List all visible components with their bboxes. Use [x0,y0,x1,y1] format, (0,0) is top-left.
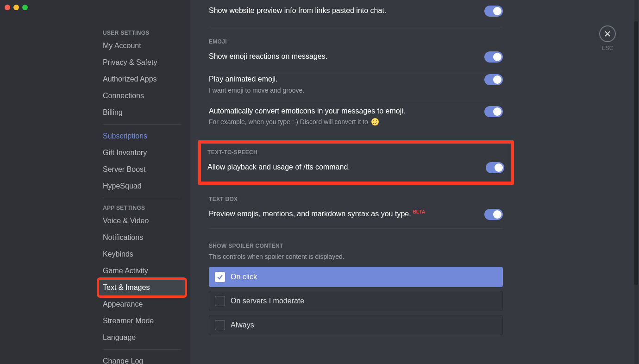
maximize-window-icon[interactable] [22,5,28,10]
setting-tts: Allow playback and usage of /tts command… [207,159,504,173]
sidebar-item-keybinds[interactable]: Keybinds [99,246,185,262]
setting-textbox-preview: Preview emojis, mentions, and markdown s… [209,206,503,229]
textbox-header: TEXT BOX [209,196,620,202]
sidebar-item-privacy-safety[interactable]: Privacy & Safety [99,55,185,70]
setting-subtitle-text: For example, when you type :-) Discord w… [209,118,370,126]
spoiler-option-always[interactable]: Always [209,315,503,335]
sidebar-item-voice-video[interactable]: Voice & Video [99,213,185,229]
setting-animated-emoji: Play animated emoji. I want emoji to mov… [209,71,503,103]
setting-title: Show emoji reactions on messages. [209,51,327,62]
setting-title: Automatically convert emoticons in your … [209,106,405,116]
checkbox-icon [215,296,225,306]
setting-subtitle: I want emoji to move and groove. [209,86,304,94]
sidebar-item-change-log[interactable]: Change Log [99,353,185,364]
toggle-link-preview[interactable] [484,6,503,17]
beta-badge: BETA [413,209,425,214]
setting-emoji-reactions: Show emoji reactions on messages. [209,49,503,71]
setting-title: Show website preview info from links pas… [209,6,386,16]
sidebar-item-streamer-mode[interactable]: Streamer Mode [99,313,185,329]
sidebar-divider [103,198,181,198]
setting-link-preview: Show website preview info from links pas… [209,0,503,27]
sidebar-item-billing[interactable]: Billing [99,105,185,120]
smile-emoji-icon [371,118,379,126]
checkbox-icon [215,272,225,282]
sidebar-item-connections[interactable]: Connections [99,88,185,104]
setting-subtitle: For example, when you type :-) Discord w… [209,118,405,126]
content-area: ESC Show website preview info from links… [190,0,639,364]
close-window-icon[interactable] [5,5,10,10]
sidebar-item-appearance[interactable]: Appearance [99,296,185,312]
tts-header: TEXT-TO-SPEECH [207,149,504,156]
setting-title: Preview emojis, mentions, and markdown s… [209,209,425,219]
sidebar: USER SETTINGS My Account Privacy & Safet… [0,0,190,364]
spoiler-option-moderate[interactable]: On servers I moderate [209,291,503,311]
checkbox-icon [215,320,225,330]
setting-title: Play animated emoji. [209,74,304,84]
highlight-tts-section: TEXT-TO-SPEECH Allow playback and usage … [198,140,514,185]
sidebar-item-language[interactable]: Language [99,330,185,345]
sidebar-divider [103,349,181,350]
spoiler-option-label: Always [231,321,254,329]
sidebar-divider [103,124,181,125]
spoiler-option-label: On servers I moderate [231,297,304,305]
close-icon [604,30,611,38]
emoji-header: EMOJI [209,38,620,45]
toggle-textbox-preview[interactable] [484,209,503,220]
toggle-emoji-reactions[interactable] [484,51,503,63]
spoiler-option-on-click[interactable]: On click [209,267,503,287]
app-settings-header: APP SETTINGS [99,202,185,213]
sidebar-item-gift-inventory[interactable]: Gift Inventory [99,145,185,161]
sidebar-item-text-images[interactable]: Text & Images [99,280,185,295]
esc-label: ESC [599,45,616,51]
close-area: ESC [599,25,616,51]
toggle-convert-emoticons[interactable] [484,106,503,117]
setting-title-text: Preview emojis, mentions, and markdown s… [209,210,411,218]
setting-title: Allow playback and usage of /tts command… [207,162,350,172]
spoiler-header: SHOW SPOILER CONTENT [209,243,620,249]
window-controls [5,5,28,10]
minimize-window-icon[interactable] [13,5,19,10]
settings-layout: USER SETTINGS My Account Privacy & Safet… [0,0,639,364]
toggle-tts[interactable] [486,162,504,173]
spoiler-description: This controls when spoiler content is di… [209,253,503,260]
sidebar-item-game-activity[interactable]: Game Activity [99,263,185,279]
sidebar-item-server-boost[interactable]: Server Boost [99,162,185,177]
user-settings-header: USER SETTINGS [99,27,185,38]
close-button[interactable] [599,25,616,42]
sidebar-item-my-account[interactable]: My Account [99,38,185,54]
sidebar-item-hypesquad[interactable]: HypeSquad [99,178,185,194]
scrollbar-thumb[interactable] [634,21,638,285]
sidebar-item-authorized-apps[interactable]: Authorized Apps [99,71,185,87]
spoiler-option-label: On click [231,273,257,281]
toggle-animated-emoji[interactable] [484,74,503,85]
setting-convert-emoticons: Automatically convert emoticons in your … [209,103,503,130]
sidebar-item-notifications[interactable]: Notifications [99,230,185,245]
sidebar-item-subscriptions[interactable]: Subscriptions [99,128,185,144]
